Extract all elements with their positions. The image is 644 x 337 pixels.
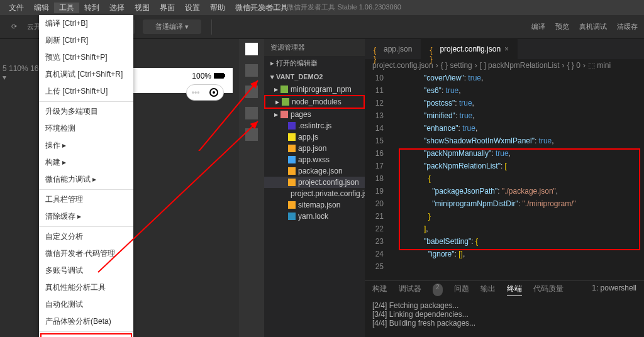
menu-item[interactable]: 设置 bbox=[180, 3, 205, 13]
menu-popup-item[interactable]: 预览 [Ctrl+Shift+P] bbox=[39, 49, 133, 66]
ext-icon[interactable] bbox=[245, 128, 258, 141]
file-icon bbox=[282, 98, 289, 106]
tree-item[interactable]: project.config.json bbox=[264, 177, 365, 188]
code-area[interactable]: 10111213141516171819202122232425 "coverV… bbox=[365, 72, 644, 280]
activity-bar[interactable] bbox=[239, 39, 264, 337]
terminal-tab[interactable]: 构建 bbox=[372, 284, 387, 296]
json-icon: { } bbox=[430, 46, 436, 52]
breadcrumb-segment[interactable]: [ ] packNpmRelationList bbox=[480, 61, 560, 70]
debug-icon[interactable] bbox=[245, 107, 258, 119]
build-npm-item[interactable]: 构建 npm bbox=[40, 333, 132, 337]
editor-tabs[interactable]: { } app.json{ } project.config.json × bbox=[365, 39, 644, 59]
code-line[interactable]: "minified": true, bbox=[392, 109, 644, 122]
search-icon[interactable] bbox=[245, 64, 258, 77]
menu-popup-item[interactable]: 环境检测 bbox=[39, 120, 133, 137]
menu-popup-item[interactable]: 真机调试 [Ctrl+Shift+R] bbox=[39, 66, 133, 83]
breadcrumb-segment[interactable]: ⬚ mini bbox=[588, 61, 611, 70]
terminal-line: [2/4] Fetching packages... bbox=[372, 301, 636, 310]
menu-popup-item[interactable]: 清除缓存 ▸ bbox=[39, 208, 133, 225]
tree-item[interactable]: yarn.lock bbox=[264, 211, 365, 222]
terminal-line: [4/4] Building fresh packages... bbox=[372, 319, 636, 328]
terminal-panel[interactable]: 构建调试器2问题输出终端代码质量1: powershell [2/4] Fetc… bbox=[365, 280, 644, 337]
breadcrumb[interactable]: project.config.json›{ } setting›[ ] pack… bbox=[365, 59, 644, 72]
file-icon bbox=[288, 179, 296, 186]
menu-popup-item[interactable]: 自动化测试 bbox=[39, 296, 133, 313]
tree-item[interactable]: app.js bbox=[264, 131, 365, 143]
open-editors-section[interactable]: ▸ 打开的编辑器 bbox=[264, 56, 365, 70]
menu-popup-item[interactable]: 真机性能分析工具 bbox=[39, 279, 133, 296]
toolbar-action[interactable]: 编译 bbox=[531, 22, 545, 31]
cloud-dev-button[interactable]: ⟳ bbox=[6, 20, 22, 33]
file-icon bbox=[288, 122, 296, 130]
code-line[interactable]: "coverView": true, bbox=[392, 72, 644, 84]
tree-item[interactable]: package.json bbox=[264, 165, 365, 177]
menu-popup-item[interactable]: 编译 [Ctrl+B] bbox=[39, 15, 133, 32]
terminal-tab[interactable]: 问题 bbox=[454, 284, 469, 296]
explorer-title: 资源管理器 bbox=[264, 39, 365, 56]
file-icon bbox=[280, 111, 288, 118]
menu-popup-item[interactable]: 自定义分析 bbox=[39, 228, 133, 245]
editor-tab[interactable]: { } project.config.json × bbox=[421, 39, 518, 59]
breadcrumb-segment[interactable]: project.config.json bbox=[372, 61, 433, 70]
tree-item[interactable]: app.wxss bbox=[264, 154, 365, 165]
terminal-tab[interactable]: 输出 bbox=[480, 284, 496, 296]
terminal-tab[interactable]: 代码质量 bbox=[533, 284, 564, 296]
file-icon bbox=[288, 156, 296, 163]
git-icon[interactable] bbox=[245, 86, 258, 98]
capsule-close-icon[interactable] bbox=[209, 88, 218, 97]
menu-item[interactable]: 选择 bbox=[104, 3, 130, 13]
breadcrumb-segment[interactable]: { } setting bbox=[441, 61, 472, 70]
menu-item[interactable]: 编辑 bbox=[29, 3, 54, 13]
tree-item[interactable]: ▸pages bbox=[264, 109, 365, 120]
menu-popup-item[interactable]: 微信开发者·代码管理 bbox=[39, 245, 133, 262]
tree-item[interactable]: ▸miniprogram_npm bbox=[264, 84, 365, 95]
json-icon: { } bbox=[374, 46, 380, 52]
terminal-shell[interactable]: 1: powershell bbox=[592, 284, 636, 296]
close-icon[interactable]: × bbox=[504, 45, 509, 53]
tree-item[interactable]: ▸node_modules bbox=[264, 95, 365, 109]
menu-popup-item[interactable]: 构建 ▸ bbox=[39, 154, 133, 171]
explorer-icon[interactable] bbox=[245, 43, 258, 55]
menu-popup-item[interactable]: 产品体验分析(Beta) bbox=[39, 313, 133, 330]
menu-item[interactable]: 帮助 bbox=[205, 3, 230, 13]
file-explorer[interactable]: 资源管理器 ▸ 打开的编辑器 ▾ VANT_DEMO2 ▸miniprogram… bbox=[264, 39, 365, 337]
menu-popup-item[interactable]: 刷新 [Ctrl+R] bbox=[39, 32, 133, 49]
tools-menu-popup[interactable]: 编译 [Ctrl+B]刷新 [Ctrl+R]预览 [Ctrl+Shift+P]真… bbox=[39, 15, 133, 337]
menu-popup-item[interactable]: 工具栏管理 bbox=[39, 191, 133, 208]
menu-item[interactable]: 文件 bbox=[4, 3, 29, 13]
menu-item[interactable]: 界面 bbox=[155, 3, 180, 13]
svg-rect-1 bbox=[224, 74, 225, 77]
menu-popup-item[interactable]: 多账号调试 bbox=[39, 262, 133, 279]
menu-item[interactable]: 工具 bbox=[54, 3, 79, 13]
menu-popup-item[interactable]: 升级为多端项目 bbox=[39, 103, 133, 120]
code-line[interactable]: "es6": true, bbox=[392, 84, 644, 97]
tree-item[interactable]: app.json bbox=[264, 143, 365, 154]
window-title: vant_demo2 - 微信开发者工具 Stable 1.06.2303060 bbox=[243, 3, 401, 12]
menu-item[interactable]: 视图 bbox=[130, 3, 155, 13]
tree-item[interactable]: .eslintrc.js bbox=[264, 120, 365, 131]
file-icon bbox=[288, 213, 296, 220]
code-line[interactable]: "enhance": true, bbox=[392, 122, 644, 135]
toolbar-action[interactable]: 真机调试 bbox=[579, 22, 607, 31]
svg-rect-0 bbox=[214, 73, 224, 79]
compile-select[interactable]: 普通编译 ▾ bbox=[143, 19, 201, 34]
editor-tab[interactable]: { } app.json bbox=[365, 39, 421, 59]
menu-popup-item[interactable]: 操作 ▸ bbox=[39, 137, 133, 154]
code-line[interactable]: "postcss": true, bbox=[392, 97, 644, 109]
toolbar-action[interactable]: 预览 bbox=[555, 22, 569, 31]
project-root[interactable]: ▾ VANT_DEMO2 bbox=[264, 70, 365, 84]
tree-item[interactable]: project.private.config.json bbox=[264, 188, 365, 199]
terminal-tab[interactable]: 调试器 bbox=[399, 284, 421, 296]
toolbar-action[interactable]: 清缓存 bbox=[617, 22, 638, 31]
menu-popup-item[interactable]: 上传 [Ctrl+Shift+U] bbox=[39, 83, 133, 100]
capsule-menu-icon[interactable]: ••• bbox=[192, 88, 200, 97]
file-icon bbox=[288, 167, 296, 175]
breadcrumb-segment[interactable]: { } 0 bbox=[567, 61, 580, 70]
capsule-button[interactable]: ••• bbox=[186, 84, 224, 101]
terminal-tab[interactable]: 终端 bbox=[507, 284, 522, 296]
tree-item[interactable]: sitemap.json bbox=[264, 199, 365, 211]
menu-popup-item[interactable]: 微信能力调试 ▸ bbox=[39, 171, 133, 188]
file-icon bbox=[280, 86, 288, 93]
menu-item[interactable]: 转到 bbox=[79, 3, 104, 13]
code-line[interactable]: "showShadowRootInWxmlPanel": true, bbox=[392, 135, 644, 147]
